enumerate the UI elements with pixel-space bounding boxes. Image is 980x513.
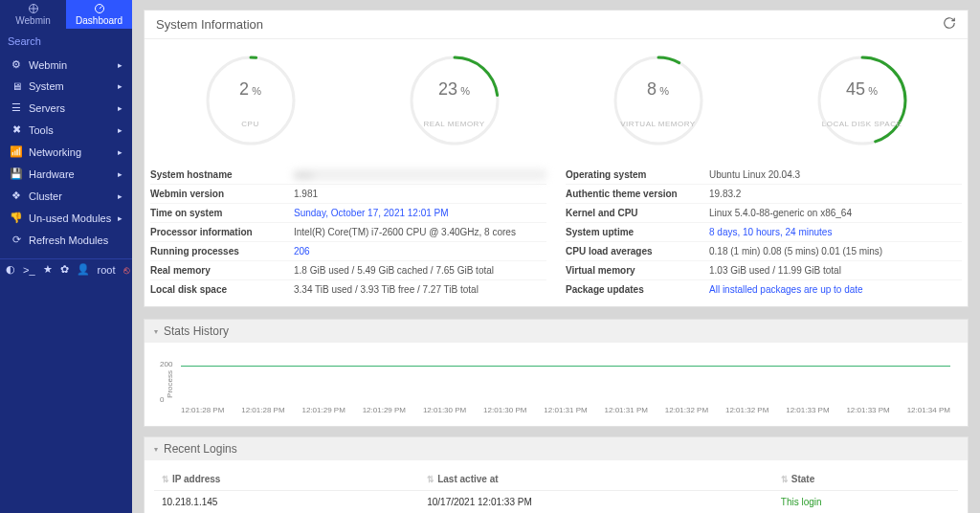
gauge-label: LOCAL DISK SPACE: [822, 120, 902, 128]
info-value: 3.34 TiB used / 3.93 TiB free / 7.27 TiB…: [294, 284, 546, 295]
sidebar-item-refresh[interactable]: ⟳Refresh Modules: [0, 229, 132, 251]
webmin-icon: [28, 3, 39, 14]
network-icon: 📶: [10, 145, 23, 158]
sidebar-item-unused[interactable]: 👎Un-used Modules▸: [0, 207, 132, 229]
section-title: Recent Logins: [164, 442, 237, 456]
stats-xtick: 12:01:29 PM: [363, 406, 406, 414]
info-key: Processor information: [150, 227, 294, 237]
hardware-icon: 💾: [10, 167, 23, 180]
svg-point-3: [208, 57, 294, 144]
stats-xtick: 12:01:32 PM: [725, 406, 768, 414]
info-key: Virtual memory: [566, 265, 709, 276]
settings-icon[interactable]: ✿: [60, 263, 69, 276]
table-row: 10.218.1.14510/17/2021 12:01:33 PMThis l…: [154, 491, 958, 514]
star-icon[interactable]: ★: [43, 263, 53, 276]
info-row: Time on systemSunday, October 17, 2021 1…: [150, 203, 546, 222]
gauge-virtual-memory: 8 %VIRTUAL MEMORY: [577, 53, 740, 148]
sidebar-item-servers[interactable]: ☰Servers▸: [0, 97, 132, 119]
terminal-icon[interactable]: >_: [23, 264, 35, 276]
info-key: System uptime: [566, 227, 709, 237]
stats-xtick: 12:01:28 PM: [181, 406, 224, 414]
stats-xtick: 12:01:32 PM: [665, 406, 708, 414]
info-key: Kernel and CPU: [566, 208, 709, 218]
info-value: Linux 5.4.0-88-generic on x86_64: [709, 208, 962, 218]
info-key: Webmin version: [150, 189, 294, 199]
night-mode-icon[interactable]: ◐: [6, 263, 15, 276]
sysinfo-grid: System hostname——Webmin version1.981Time…: [145, 166, 968, 306]
gear-icon: ⚙: [10, 58, 23, 71]
sidebar-item-label: Un-used Modules: [29, 212, 118, 224]
sidebar-tab-label: Webmin: [15, 15, 51, 26]
sidebar-tab-dashboard[interactable]: Dashboard: [66, 0, 132, 29]
recent-logins-table: IP address Last active at State 10.218.1…: [154, 468, 958, 513]
system-info-panel: System Information 2 %CPU23 %REAL MEMORY…: [144, 10, 969, 307]
sidebar-search: [0, 29, 132, 54]
info-row: Webmin version1.981: [150, 184, 546, 203]
sidebar-item-label: Networking: [29, 146, 118, 158]
gauge-circle-icon: [407, 53, 502, 148]
col-state[interactable]: State: [773, 468, 958, 491]
servers-icon: ☰: [10, 101, 23, 114]
sidebar-item-label: Cluster: [29, 190, 118, 202]
sidebar-nav: ⚙Webmin▸ 🖥System▸ ☰Servers▸ ✖Tools▸ 📶Net…: [0, 54, 132, 251]
info-value: 1.03 GiB used / 11.99 GiB total: [709, 265, 962, 276]
sidebar-item-tools[interactable]: ✖Tools▸: [0, 119, 132, 141]
info-value: 1.981: [294, 189, 546, 199]
sidebar-tab-label: Dashboard: [76, 15, 122, 26]
refresh-button[interactable]: [943, 16, 956, 33]
gauge-percent: 8 %: [647, 79, 669, 100]
stats-xtick: 12:01:31 PM: [605, 406, 648, 414]
gauge-circle-icon: [611, 53, 706, 148]
sysinfo-col-right: Operating systemUbuntu Linux 20.04.3Auth…: [566, 166, 962, 299]
info-key: Running processes: [150, 246, 294, 256]
chevron-right-icon: ▸: [118, 169, 122, 179]
info-row: Authentic theme version19.83.2: [566, 184, 962, 203]
gauge-label: VIRTUAL MEMORY: [620, 120, 695, 128]
cell-state: This login: [773, 491, 958, 514]
info-row: Kernel and CPULinux 5.4.0-88-generic on …: [566, 203, 962, 222]
stats-xticks: 12:01:28 PM12:01:28 PM12:01:29 PM12:01:2…: [181, 406, 950, 414]
chevron-right-icon: ▸: [118, 81, 122, 91]
sidebar-item-label: Hardware: [29, 168, 118, 180]
stats-xtick: 12:01:33 PM: [786, 406, 829, 414]
info-row: CPU load averages0.18 (1 min) 0.08 (5 mi…: [566, 241, 962, 260]
gauge-local-disk-space: 45 %LOCAL DISK SPACE: [781, 53, 944, 148]
info-row: System uptime8 days, 10 hours, 24 minute…: [566, 222, 962, 241]
sidebar-item-hardware[interactable]: 💾Hardware▸: [0, 163, 132, 185]
info-value[interactable]: 206: [294, 246, 546, 256]
sidebar-item-system[interactable]: 🖥System▸: [0, 76, 132, 97]
logout-icon[interactable]: ⎋: [123, 264, 130, 276]
sidebar-item-label: Servers: [29, 102, 118, 114]
search-input[interactable]: [8, 35, 140, 47]
sidebar-item-label: System: [29, 80, 118, 92]
info-value[interactable]: 8 days, 10 hours, 24 minutes: [709, 227, 962, 237]
gauge-percent: 23 %: [438, 79, 470, 100]
recent-logins-header[interactable]: ▾ Recent Logins: [144, 436, 969, 460]
info-value[interactable]: All installed packages are up to date: [709, 284, 962, 295]
stats-ylabel: Process: [166, 370, 174, 398]
info-row: Virtual memory1.03 GiB used / 11.99 GiB …: [566, 260, 962, 279]
info-value[interactable]: Sunday, October 17, 2021 12:01 PM: [294, 208, 546, 218]
refresh-icon: ⟳: [10, 234, 23, 246]
info-value: 0.18 (1 min) 0.08 (5 mins) 0.01 (15 mins…: [709, 246, 962, 256]
col-last[interactable]: Last active at: [419, 468, 773, 491]
gauge-circle-icon: [203, 53, 299, 148]
svg-point-7: [615, 57, 702, 144]
stats-history-header[interactable]: ▾ Stats History: [144, 319, 969, 343]
info-row: Operating systemUbuntu Linux 20.04.3: [566, 166, 962, 184]
chevron-right-icon: ▸: [118, 103, 122, 113]
sidebar-item-webmin[interactable]: ⚙Webmin▸: [0, 54, 132, 76]
col-ip[interactable]: IP address: [154, 468, 419, 491]
user-icon[interactable]: 👤: [77, 263, 90, 276]
sidebar-item-label: Webmin: [29, 59, 118, 71]
chevron-right-icon: ▸: [118, 60, 122, 70]
sidebar-tab-webmin[interactable]: Webmin: [0, 0, 66, 29]
sidebar-item-networking[interactable]: 📶Networking▸: [0, 141, 132, 163]
sidebar-item-cluster[interactable]: ❖Cluster▸: [0, 185, 132, 207]
gauge-percent: 45 %: [846, 79, 878, 100]
chevron-right-icon: ▸: [118, 213, 122, 223]
stats-xtick: 12:01:30 PM: [483, 406, 526, 414]
sysinfo-col-left: System hostname——Webmin version1.981Time…: [150, 166, 546, 299]
cell-ip: 10.218.1.145: [154, 491, 419, 514]
info-key: Package updates: [566, 284, 709, 295]
